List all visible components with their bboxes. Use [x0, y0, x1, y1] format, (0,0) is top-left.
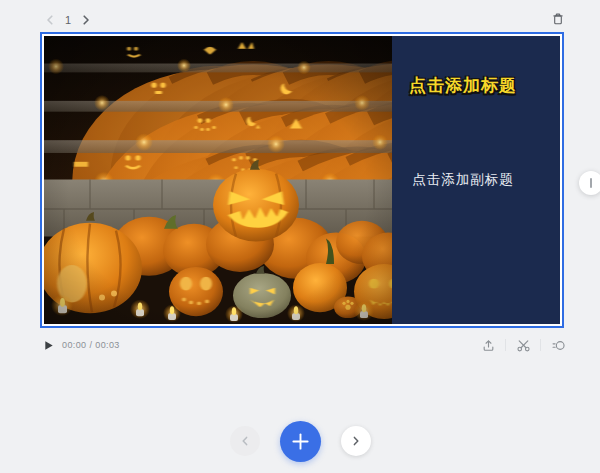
upload-icon [481, 338, 496, 353]
chevron-right-icon [350, 435, 362, 447]
subtitle-placeholder[interactable]: 点击添加副标题 [396, 172, 530, 188]
side-panel-handle[interactable] [579, 171, 600, 195]
play-button[interactable] [42, 339, 54, 351]
next-slide-button[interactable] [341, 426, 371, 456]
effects-icon [551, 338, 566, 353]
effects-button[interactable] [550, 337, 566, 353]
delete-slide-button[interactable] [550, 11, 566, 27]
playback-bar: 00:00 / 00:03 [42, 337, 120, 353]
play-icon [43, 340, 54, 351]
trim-button[interactable] [515, 337, 531, 353]
chevron-left-icon [44, 14, 56, 26]
divider [540, 339, 541, 351]
playback-tools [480, 336, 566, 354]
next-page-button[interactable] [78, 12, 94, 28]
page-number: 1 [65, 12, 71, 28]
export-button[interactable] [480, 337, 496, 353]
chevron-right-icon [80, 14, 92, 26]
slide-controls [0, 420, 600, 462]
plus-icon [291, 432, 310, 451]
drag-handle-icon [590, 178, 592, 188]
title-placeholder[interactable]: 点击添加标题 [396, 76, 530, 96]
scissors-icon [516, 338, 531, 353]
slide-canvas[interactable]: 点击添加标题 点击添加副标题 [40, 32, 564, 328]
page-navigation: 1 [42, 11, 94, 29]
prev-slide-button[interactable] [230, 426, 260, 456]
slide-image[interactable] [44, 36, 392, 324]
time-display: 00:00 / 00:03 [62, 340, 120, 350]
chevron-left-icon [239, 435, 251, 447]
prev-page-button[interactable] [42, 12, 58, 28]
slide-content: 点击添加标题 点击添加副标题 [42, 34, 562, 326]
slide-text-panel: 点击添加标题 点击添加副标题 [392, 36, 560, 324]
trash-icon [550, 11, 566, 27]
divider [505, 339, 506, 351]
add-slide-button[interactable] [280, 421, 321, 462]
